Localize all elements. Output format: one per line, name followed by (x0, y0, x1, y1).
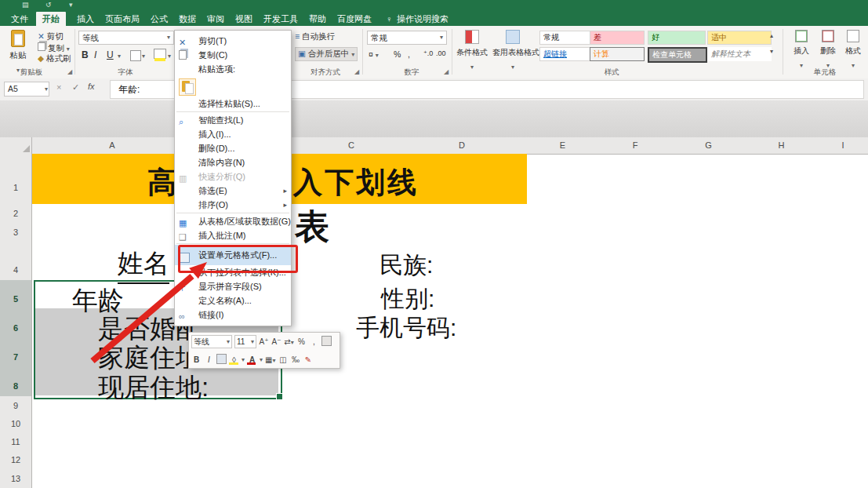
mini-comma-icon[interactable]: , (309, 337, 319, 346)
col-header-D[interactable]: D (397, 137, 528, 155)
save-icon[interactable]: ▤ (22, 1, 29, 9)
percent-style-button[interactable]: % (394, 49, 401, 59)
col-header-G[interactable]: G (672, 137, 746, 155)
alignment-dialog-launcher-icon[interactable]: ◢ (354, 68, 359, 75)
menu-item-smart-lookup[interactable]: ⌕智能查找(L) (175, 113, 291, 127)
mini-format-painter-icon[interactable]: ✎ (303, 355, 314, 364)
cell-ethnicity-label[interactable]: 民族: (380, 249, 433, 282)
menu-item-delete[interactable]: 删除(D)... (175, 141, 291, 155)
cell-style-neutral[interactable]: 适中 (707, 31, 772, 45)
italic-button[interactable]: I (94, 49, 96, 60)
row-header-5[interactable]: 5 (0, 280, 32, 310)
cell-style-check-cell[interactable]: 检查单元格 (648, 47, 707, 63)
cell-name-label[interactable]: 姓名 (118, 246, 169, 284)
underline-dropdown-icon[interactable]: ▾ (118, 53, 121, 60)
number-format-select[interactable]: 常规▾ (367, 31, 447, 45)
tab-developer[interactable]: 开发工具 (257, 12, 304, 26)
cancel-icon[interactable]: × (56, 82, 61, 92)
mini-font-color-icon[interactable]: A (247, 355, 257, 364)
menu-item-cut[interactable]: ✕剪切(T) (175, 34, 291, 48)
row-header-7[interactable]: 7 (0, 338, 32, 368)
mini-percent-icon[interactable]: % (296, 337, 307, 346)
styles-gallery-up-icon[interactable]: ▴ (770, 32, 773, 39)
mini-bold-button[interactable]: B (191, 355, 202, 364)
tab-home[interactable]: 开始 (36, 12, 66, 26)
menu-item-filter[interactable]: 筛选(E)▸ (175, 184, 291, 198)
format-as-table-button[interactable]: 套用表格格式 ▾ (492, 30, 533, 72)
row-header-13[interactable]: 13 (0, 469, 32, 488)
underline-button[interactable]: U (107, 49, 114, 60)
name-box[interactable]: A5 (4, 82, 49, 97)
shrink-font-icon[interactable]: A⁻ (271, 337, 281, 346)
insert-cells-button[interactable]: 插入▾ (790, 30, 812, 71)
col-header-C[interactable]: C (306, 137, 398, 155)
mini-border-grid-icon[interactable]: ▦▾ (265, 355, 275, 364)
tell-me-search[interactable]: 操作说明搜索 (390, 12, 455, 26)
tab-data[interactable]: 数据 (173, 12, 202, 26)
col-header-F[interactable]: F (598, 137, 673, 155)
accounting-format-icon[interactable]: ¤ ▾ (369, 49, 379, 59)
cell-style-explanatory[interactable]: 解释性文本 (707, 47, 772, 61)
mini-size-select[interactable]: 11▾ (234, 335, 256, 348)
row-header-11[interactable]: 11 (0, 433, 32, 452)
bold-button[interactable]: B (82, 49, 89, 60)
menu-item-insert[interactable]: 插入(I)... (175, 127, 291, 141)
conditional-formatting-button[interactable]: 条件格式 ▾ (455, 30, 489, 72)
col-header-A[interactable]: A (32, 137, 193, 155)
format-cells-ribbon-button[interactable]: 格式▾ (842, 30, 864, 71)
font-name-select[interactable]: 等线▾ (78, 31, 174, 45)
enter-icon[interactable]: ✓ (72, 82, 79, 93)
undo-icon[interactable]: ↺ (45, 1, 52, 9)
cell-residence-label[interactable]: 现居住地: (98, 370, 209, 406)
insert-function-icon[interactable]: fx (88, 82, 95, 91)
row-header-9[interactable]: 9 (0, 396, 32, 416)
cut-button[interactable]: ✕ 剪切 (38, 31, 64, 42)
row-header-6[interactable]: 6 (0, 309, 32, 339)
merge-center-button[interactable]: ▣ 合并后居中 ▾ (295, 47, 358, 61)
name-box-dropdown-icon[interactable]: ▾ (45, 86, 48, 93)
style-convert-icon[interactable]: ⇄▾ (284, 337, 294, 346)
decrease-decimal-icon[interactable]: .00 (436, 49, 446, 57)
tab-help[interactable]: 帮助 (303, 12, 332, 26)
cell-phone-label[interactable]: 手机号码: (356, 312, 456, 344)
mini-merge-icon[interactable]: ◫ (278, 355, 289, 364)
mini-fill-dropdown-icon[interactable]: ▾ (242, 356, 245, 363)
copy-button[interactable]: 复制 ▾ (38, 42, 70, 54)
menu-item-clear-contents[interactable]: 清除内容(N) (175, 155, 291, 169)
tab-review[interactable]: 审阅 (201, 12, 231, 26)
comma-style-button[interactable]: , (408, 49, 410, 59)
menu-item-paste-special[interactable]: 选择性粘贴(S)... (175, 97, 291, 111)
row-header-10[interactable]: 10 (0, 415, 32, 434)
col-header-H[interactable]: H (745, 137, 819, 155)
col-header-I[interactable]: I (818, 137, 868, 155)
mini-number-format-icon[interactable]: ‰ (291, 355, 301, 364)
tab-formulas[interactable]: 公式 (144, 12, 174, 26)
borders-dropdown-icon[interactable]: ▾ (142, 53, 145, 60)
wrap-text-button[interactable]: ≡ 自动换行 (295, 31, 335, 42)
borders-icon[interactable] (130, 50, 141, 61)
row-header-4[interactable]: 4 (0, 242, 32, 281)
cell-style-normal[interactable]: 常规 (539, 31, 591, 45)
fill-color-dropdown-icon[interactable]: ▾ (168, 53, 171, 60)
selection-fill-handle[interactable] (276, 393, 283, 400)
mini-fill-color-icon[interactable]: ◊ (229, 355, 239, 364)
format-painter-button[interactable]: ◆ 格式刷 (38, 53, 71, 64)
tab-file[interactable]: 文件 (5, 12, 35, 26)
tab-page-layout[interactable]: 页面布局 (99, 12, 146, 26)
mini-italic-button[interactable]: I (204, 355, 214, 364)
menu-item-get-data-from-range[interactable]: ▦从表格/区域获取数据(G)... (175, 214, 291, 228)
mini-font-color-dropdown-icon[interactable]: ▾ (260, 356, 263, 363)
row-header-2[interactable]: 2 (0, 204, 32, 224)
row-header-3[interactable]: 3 (0, 223, 32, 242)
clipboard-dialog-launcher-icon[interactable]: ◢ (67, 68, 72, 75)
qat-dropdown-icon[interactable]: ▾ (69, 1, 73, 9)
increase-decimal-icon[interactable]: ⁺.0 (423, 49, 433, 57)
menu-item-paste-keep-formatting[interactable] (175, 76, 291, 97)
menu-item-sort[interactable]: 排序(O)▸ (175, 198, 291, 212)
row-header-8[interactable]: 8 (0, 367, 32, 397)
cell-style-bad[interactable]: 差 (590, 31, 645, 45)
tab-baidu-netdisk[interactable]: 百度网盘 (331, 12, 378, 26)
menu-item-link[interactable]: ∞链接(I) (175, 308, 291, 322)
menu-item-format-cells[interactable]: 设置单元格格式(F)... (175, 245, 291, 265)
menu-item-insert-comment[interactable]: ❑插入批注(M) (175, 228, 291, 242)
